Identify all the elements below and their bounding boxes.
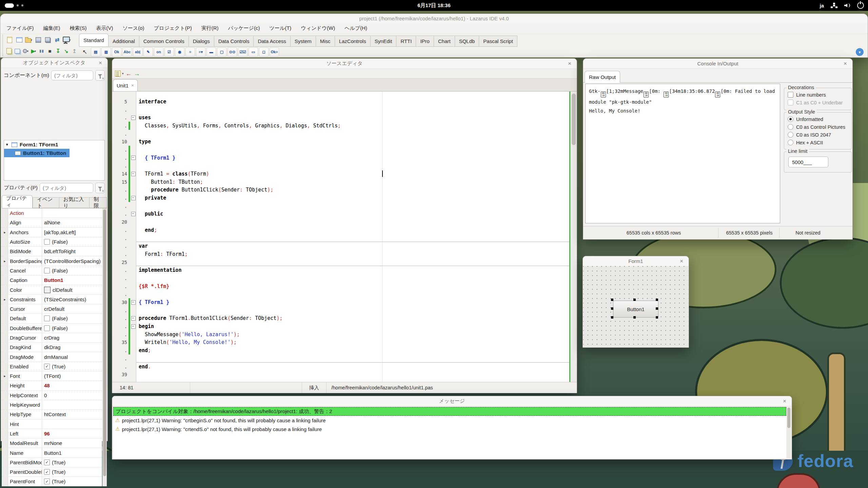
- expand-arrow-icon[interactable]: ▸: [2, 228, 8, 237]
- palette-tab-rtti[interactable]: RTTI: [396, 36, 416, 47]
- property-row-Constraints[interactable]: ▸Constraints(TSizeConstraints): [2, 295, 102, 304]
- component-TCheckGroup[interactable]: ☑☑: [238, 47, 248, 57]
- menu-tools[interactable]: ツール(T): [264, 23, 296, 34]
- property-row-Align[interactable]: AlignalNone: [2, 218, 102, 227]
- new-unit-button[interactable]: [5, 35, 14, 44]
- component-TScrollBar[interactable]: ▬: [206, 47, 216, 57]
- property-row-ModalResult[interactable]: ModalResultmrNone: [2, 439, 102, 448]
- property-row-Anchors[interactable]: ▸Anchors[akTop,akLeft]: [2, 228, 102, 237]
- scrollbar-thumb[interactable]: [572, 94, 576, 145]
- inspector-tab-restricted[interactable]: 制限: [89, 197, 107, 208]
- component-tree[interactable]: ▾Form1: TForm1Button1: TButton: [4, 140, 105, 181]
- property-row-Font[interactable]: ▸Font(TFont): [2, 371, 102, 381]
- property-value[interactable]: crDefault: [42, 306, 102, 312]
- property-row-ParentBidiMode[interactable]: ParentBidiMode✓(True): [2, 458, 102, 467]
- property-value[interactable]: ✓(True): [42, 364, 102, 369]
- code-line[interactable]: 20: [112, 218, 569, 226]
- expander-icon[interactable]: ▾: [6, 142, 11, 147]
- form-design-surface[interactable]: Button1: [583, 266, 688, 347]
- property-value[interactable]: (False): [42, 239, 102, 245]
- checkbox-icon[interactable]: ✓: [44, 469, 50, 475]
- navigate-back-button[interactable]: ←: [126, 70, 132, 77]
- close-icon[interactable]: ×: [678, 258, 685, 265]
- selection-handle[interactable]: [611, 307, 613, 310]
- checkbox-icon[interactable]: [44, 316, 50, 321]
- menu-file[interactable]: ファイル(F): [2, 23, 39, 34]
- messages-titlebar[interactable]: メッセージ ×: [112, 396, 792, 406]
- close-icon[interactable]: ×: [97, 60, 104, 66]
- code-line[interactable]: .: [112, 274, 569, 282]
- fold-marker-icon[interactable]: [131, 212, 136, 216]
- scrollbar-thumb[interactable]: [787, 408, 790, 428]
- property-value[interactable]: Button1: [42, 450, 102, 456]
- code-line[interactable]: 5interface: [112, 98, 569, 106]
- messages-scrollbar[interactable]: [787, 407, 791, 458]
- property-row-Action[interactable]: Action: [2, 208, 102, 218]
- fold-marker-icon[interactable]: [131, 156, 136, 160]
- component-TRadioGroup[interactable]: ⊙⊙: [228, 47, 237, 57]
- new-form-button[interactable]: [15, 35, 24, 44]
- component-TLabel[interactable]: Abc: [122, 47, 132, 57]
- code-editor-area[interactable]: 5interface..uses. Classes, SysUtils, For…: [112, 92, 577, 382]
- stop-button[interactable]: ■: [46, 46, 54, 56]
- property-row-ParentDoubleBuffered[interactable]: ParentDoubleBuffered✓(True): [2, 467, 102, 477]
- code-line[interactable]: .: [112, 202, 569, 210]
- message-row[interactable]: プロジェクトをコンパイル対象：/home/freemikan/code/laza…: [113, 407, 786, 416]
- tab-unit1[interactable]: Unit1 ×: [113, 79, 138, 91]
- code-line[interactable]: .: [112, 234, 569, 242]
- code-line[interactable]: .{$R *.lfm}: [112, 282, 569, 290]
- property-value[interactable]: dmManual: [42, 354, 102, 360]
- tree-item-form1[interactable]: ▾Form1: TForm1: [4, 140, 104, 149]
- console-titlebar[interactable]: Console In/Output ×: [583, 59, 852, 69]
- code-line[interactable]: . Form1: TForm1;: [112, 250, 569, 258]
- component-TListBox[interactable]: ≡: [185, 47, 195, 57]
- close-icon[interactable]: ×: [842, 60, 849, 67]
- code-line[interactable]: .end.: [112, 363, 569, 371]
- palette-tab-chart[interactable]: Chart: [434, 36, 455, 47]
- property-row-Name[interactable]: NameButton1: [2, 448, 102, 458]
- output-style-option[interactable]: C0 as Control Pictures: [784, 123, 851, 131]
- radio-icon[interactable]: [788, 124, 793, 130]
- code-line[interactable]: .: [112, 106, 569, 114]
- component-TMemo[interactable]: ✎: [143, 47, 153, 57]
- menu-source[interactable]: ソース(o): [118, 23, 149, 34]
- code-line[interactable]: . end;: [112, 226, 569, 234]
- code-line[interactable]: 10type: [112, 138, 569, 146]
- property-grid-scrollbar[interactable]: [102, 208, 107, 486]
- system-status-area[interactable]: ja: [820, 0, 864, 11]
- build-mode-button[interactable]: ⚙▾: [21, 46, 29, 56]
- source-editor-titlebar[interactable]: ソースエディタ ×: [112, 59, 577, 69]
- palette-tab-data-access[interactable]: Data Access: [253, 36, 290, 47]
- palette-tab-misc[interactable]: Misc: [316, 36, 335, 47]
- clock-button[interactable]: 6月17日 18:36: [417, 2, 451, 9]
- tab-close-icon[interactable]: ×: [131, 83, 134, 88]
- fold-marker-icon[interactable]: [131, 316, 136, 321]
- fold-marker-icon[interactable]: [131, 116, 136, 120]
- code-line[interactable]: . public: [112, 210, 569, 218]
- property-row-DragKind[interactable]: DragKinddkDrag: [2, 343, 102, 352]
- component-TActionList[interactable]: Ok≡: [270, 47, 279, 57]
- property-value[interactable]: (False): [42, 268, 102, 273]
- code-line[interactable]: .: [112, 306, 569, 314]
- navigate-forward-button[interactable]: →: [134, 70, 140, 77]
- tab-raw-output[interactable]: Raw Output: [585, 71, 620, 83]
- code-line[interactable]: .: [112, 354, 569, 363]
- property-row-Enabled[interactable]: Enabled✓(True): [2, 362, 102, 371]
- code-line[interactable]: 39: [112, 370, 569, 379]
- designed-button1[interactable]: Button1: [613, 301, 658, 318]
- jump-list-icon[interactable]: [115, 70, 121, 77]
- component-TEdit[interactable]: ab|: [133, 47, 142, 57]
- component-TMainMenu[interactable]: ▤: [91, 47, 100, 57]
- component-TPanel[interactable]: ▭: [249, 47, 258, 57]
- toggle-form-unit-button[interactable]: ⇄: [53, 35, 62, 44]
- selection-handle[interactable]: [656, 299, 658, 301]
- save-all-button[interactable]: [43, 35, 52, 44]
- code-line[interactable]: .procedure TForm1.Button1Click(Sender: T…: [112, 314, 569, 323]
- component-TToggleBox[interactable]: on: [154, 47, 163, 57]
- code-line[interactable]: .: [112, 290, 569, 299]
- property-row-DragCursor[interactable]: DragCursorcrDrag: [2, 333, 102, 343]
- workspace-dot[interactable]: [21, 4, 23, 6]
- output-style-option[interactable]: C0 as ISO 2047: [784, 131, 851, 139]
- checkbox-icon[interactable]: [788, 92, 793, 98]
- component-TCheckBox[interactable]: ☑: [164, 47, 174, 57]
